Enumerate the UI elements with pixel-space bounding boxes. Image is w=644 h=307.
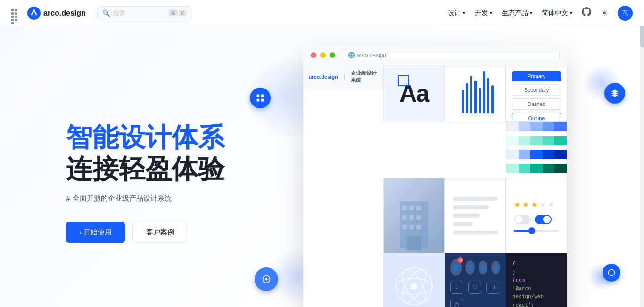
color-swatch-2 xyxy=(519,122,531,131)
nav-menu-dev[interactable]: 开发 ▾ xyxy=(475,9,492,17)
svg-rect-19 xyxy=(407,236,421,250)
star-2: ★ xyxy=(522,200,529,209)
chevron-down-icon: ▾ xyxy=(530,10,532,16)
float-btn-1[interactable] xyxy=(250,88,271,108)
start-button[interactable]: › 开始使用 xyxy=(66,222,125,243)
cases-button[interactable]: 客户案例 xyxy=(132,222,188,243)
svg-rect-4 xyxy=(257,99,260,102)
user-avatar[interactable]: 花 xyxy=(618,6,633,21)
window-close-dot xyxy=(311,52,316,58)
chart-bar xyxy=(466,83,468,113)
svg-point-8 xyxy=(608,269,614,275)
cell-rating-toggle: ★ ★ ★ ★ ★ xyxy=(506,178,567,253)
content-line-2 xyxy=(453,205,489,209)
svg-rect-15 xyxy=(416,215,421,220)
chart-bar xyxy=(479,88,481,113)
content-line-1 xyxy=(453,197,498,201)
avatar-4: 👤 xyxy=(491,261,500,274)
chart-bar xyxy=(462,90,464,113)
search-bar[interactable]: 🔍 搜索 ⌘ K xyxy=(97,6,191,20)
toggle-off[interactable] xyxy=(514,215,531,224)
url-bar: 🌐 arco.design xyxy=(343,50,560,60)
slider-track[interactable] xyxy=(514,230,559,232)
chart-bar xyxy=(470,76,472,113)
mock-btn-outline[interactable]: Outline xyxy=(512,113,561,121)
chevron-down-icon: ▾ xyxy=(570,10,572,16)
hero-section: 智能设计体系 连接轻盈体验 # 全面开源的企业级产品设计系统 › 开始使用 客户… xyxy=(0,26,644,307)
nav-menu-design[interactable]: 设计 ▾ xyxy=(448,9,465,17)
chart-bar xyxy=(474,81,477,113)
star-4: ★ xyxy=(539,200,546,209)
float-btn-2[interactable] xyxy=(255,267,278,291)
color-swatch-7 xyxy=(519,136,531,145)
cell-color-swatches xyxy=(506,121,567,178)
nav-menu-ecosystem[interactable]: 生态产品 ▾ xyxy=(502,9,532,17)
mock-top-grid: Aa xyxy=(383,65,567,178)
color-swatch-19 xyxy=(543,164,555,173)
color-swatch-15 xyxy=(554,150,567,159)
mock-content: Aa xyxy=(383,65,567,307)
color-swatch-4 xyxy=(543,122,555,131)
svg-point-1 xyxy=(33,9,35,11)
color-swatch-8 xyxy=(530,136,543,145)
search-placeholder: 搜索 xyxy=(113,9,166,17)
hero-buttons: › 开始使用 客户案例 xyxy=(66,222,264,243)
hero-title-dark: 连接轻盈体验 xyxy=(66,153,264,185)
theme-icon[interactable]: ☀ xyxy=(601,8,608,18)
icon-btn-4[interactable]: ⬡ xyxy=(450,299,463,307)
chart-bar xyxy=(483,71,485,113)
svg-rect-5 xyxy=(261,99,264,102)
grid-icon[interactable] xyxy=(11,9,20,17)
hero-title-blue: 智能设计体系 xyxy=(66,121,264,153)
icon-btn-2[interactable]: ♡ xyxy=(468,281,481,294)
color-swatch-11 xyxy=(506,150,519,159)
atom-nucleus xyxy=(411,283,417,290)
globe-icon: 🌐 xyxy=(348,52,355,58)
color-swatch-14 xyxy=(543,150,555,159)
window-minimize-dot xyxy=(320,52,326,58)
content-line-3 xyxy=(453,214,480,218)
float-btn-3[interactable] xyxy=(604,83,625,104)
chevron-down-icon: ▾ xyxy=(463,10,465,16)
color-swatch-10 xyxy=(554,136,567,145)
float-btn-4[interactable] xyxy=(603,264,620,282)
mock-body: arco.design | 企业级设计系统 Aa xyxy=(303,65,567,307)
github-icon[interactable] xyxy=(582,7,591,19)
cell-code: { } from '@arco-design/web-react'; xyxy=(506,253,567,307)
chart-bar xyxy=(487,78,489,113)
avatars-row: 👤 9 👤 👤 👤 xyxy=(450,259,500,276)
mock-btn-dashed[interactable]: Dashed xyxy=(512,98,561,110)
icon-btn-1[interactable]: ↓ xyxy=(450,281,463,294)
cell-atom xyxy=(383,253,445,307)
content-line-5 xyxy=(453,231,498,234)
kbd-cmd: ⌘ xyxy=(169,9,178,16)
cell-chart xyxy=(445,65,506,121)
mock-btn-primary[interactable]: Primary xyxy=(512,71,561,81)
color-swatch-12 xyxy=(519,150,531,159)
color-swatch-3 xyxy=(530,122,543,131)
mock-sidebar: arco.design | 企业级设计系统 xyxy=(303,65,383,307)
rating-row: ★ ★ ★ ★ ★ xyxy=(514,200,559,209)
star-3: ★ xyxy=(531,200,537,209)
avatar-icons-row: ↓ ♡ □ ⬡ xyxy=(450,281,500,307)
slider-row xyxy=(514,230,559,232)
code-line-1: { xyxy=(512,260,561,268)
kbd-k: K xyxy=(179,10,186,16)
color-swatch-1 xyxy=(506,122,519,131)
mock-btn-secondary[interactable]: Secondary xyxy=(512,84,561,96)
avatar-main: 👤 9 xyxy=(450,259,462,276)
cell-lines xyxy=(445,178,506,253)
svg-rect-12 xyxy=(416,206,421,210)
logo-link[interactable]: arco.design xyxy=(27,7,86,20)
svg-rect-16 xyxy=(402,225,407,229)
sidebar-logo: arco.design xyxy=(309,74,338,80)
nav-menu-lang[interactable]: 简体中文 ▾ xyxy=(542,9,572,17)
svg-point-7 xyxy=(265,278,268,281)
color-swatch-16 xyxy=(506,164,519,173)
toggle-on[interactable] xyxy=(535,215,552,224)
hero-right: 🌐 arco.design arco.design | 企业级设计系统 xyxy=(264,45,606,307)
scrollbar[interactable] xyxy=(640,0,644,307)
mock-middle-grid: ★ ★ ★ ★ ★ xyxy=(383,178,567,253)
icon-btn-3[interactable]: □ xyxy=(486,281,499,294)
color-swatch-6 xyxy=(506,136,519,145)
